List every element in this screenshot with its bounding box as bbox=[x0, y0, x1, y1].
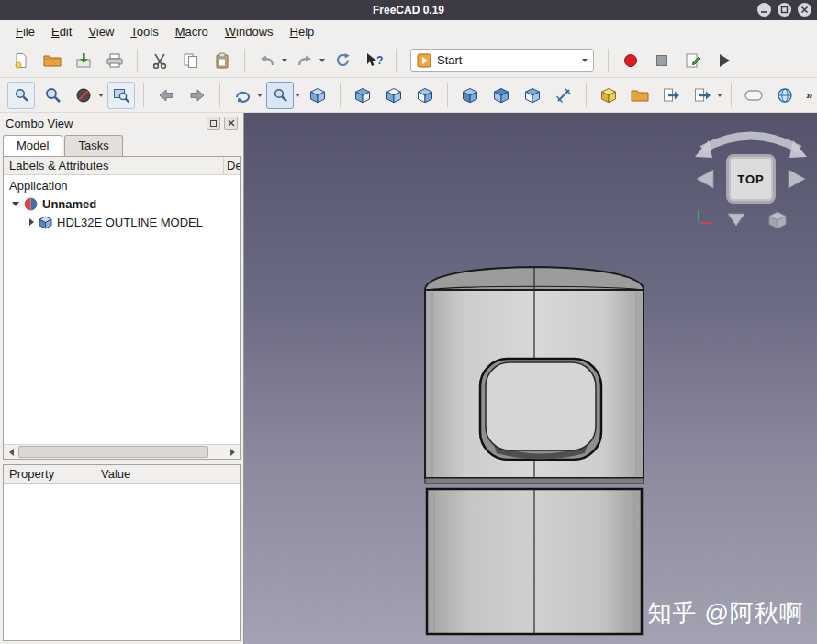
pan-down-arrow-icon[interactable] bbox=[728, 214, 744, 226]
property-body[interactable] bbox=[4, 484, 240, 640]
open-folder-button[interactable] bbox=[626, 82, 654, 109]
scroll-left-button[interactable] bbox=[4, 445, 18, 459]
viewport-3d[interactable]: TOP 知乎 @阿秋啊 bbox=[244, 113, 817, 644]
view-right-button[interactable] bbox=[411, 82, 439, 109]
workbench-selector[interactable]: Start bbox=[410, 49, 594, 72]
svg-text:?: ? bbox=[376, 54, 383, 67]
menu-windows[interactable]: Windows bbox=[217, 22, 282, 41]
view-rear-icon bbox=[462, 87, 478, 104]
tree-item-unnamed[interactable]: Unnamed bbox=[4, 194, 240, 213]
zoom-dropdown-arrow[interactable] bbox=[295, 94, 300, 97]
value-column-header[interactable]: Value bbox=[95, 465, 240, 483]
scrollbar-thumb[interactable] bbox=[18, 446, 208, 458]
forward-arrow-icon bbox=[189, 89, 206, 102]
axonometric-button[interactable] bbox=[304, 82, 331, 109]
open-document-button[interactable] bbox=[39, 47, 66, 74]
tab-model[interactable]: Model bbox=[3, 135, 62, 156]
stop-macro-button[interactable] bbox=[648, 47, 676, 74]
refresh-button[interactable] bbox=[329, 47, 356, 74]
toolbar-separator bbox=[340, 83, 341, 107]
mini-cube-icon[interactable] bbox=[769, 212, 786, 228]
draw-style-button[interactable] bbox=[70, 82, 97, 109]
paste-button[interactable] bbox=[208, 47, 236, 74]
tree-column-labels[interactable]: Labels & Attributes bbox=[4, 159, 223, 172]
menu-tools[interactable]: Tools bbox=[122, 22, 166, 41]
combo-view-titlebar: Combo View bbox=[0, 113, 243, 133]
scrollbar-track[interactable] bbox=[18, 445, 225, 459]
redo-button[interactable] bbox=[291, 47, 319, 74]
start-workbench-icon bbox=[417, 53, 431, 68]
navigate-forward-button[interactable] bbox=[184, 82, 211, 109]
view-rear-button[interactable] bbox=[456, 82, 484, 109]
execute-macro-button[interactable] bbox=[711, 47, 738, 74]
save-button[interactable] bbox=[70, 47, 97, 74]
tree-item-label: Unnamed bbox=[42, 197, 96, 211]
undo-dropdown-arrow[interactable] bbox=[282, 59, 287, 62]
maximize-button[interactable] bbox=[778, 3, 791, 17]
rotate-view-button[interactable] bbox=[229, 82, 256, 109]
tree-item-hdl32e-model[interactable]: HDL32E OUTLINE MODEL bbox=[4, 213, 240, 231]
export-button[interactable] bbox=[657, 82, 685, 109]
property-column-header[interactable]: Property bbox=[4, 465, 95, 483]
tree-horizontal-scrollbar[interactable] bbox=[4, 444, 240, 459]
cut-button[interactable] bbox=[146, 47, 173, 74]
view-bottom-button[interactable] bbox=[487, 82, 515, 109]
zoom-icon bbox=[273, 87, 288, 103]
sensor-window[interactable] bbox=[486, 362, 596, 450]
edit-macro-button[interactable] bbox=[679, 47, 707, 74]
web-button[interactable] bbox=[771, 82, 799, 109]
pan-left-arrow-icon[interactable] bbox=[697, 170, 713, 188]
float-panel-button[interactable] bbox=[207, 117, 220, 130]
menu-view[interactable]: View bbox=[80, 22, 122, 41]
navigation-cube[interactable]: TOP bbox=[726, 154, 776, 204]
menu-help[interactable]: Help bbox=[282, 22, 323, 41]
whats-this-button[interactable]: ? bbox=[360, 47, 387, 74]
texture-box-button[interactable] bbox=[595, 82, 622, 109]
close-button[interactable] bbox=[798, 3, 811, 17]
menu-macro[interactable]: Macro bbox=[167, 22, 217, 41]
export-options-button[interactable] bbox=[688, 82, 716, 109]
menu-edit[interactable]: Edit bbox=[43, 22, 80, 41]
export-dropdown-arrow[interactable] bbox=[717, 94, 722, 97]
expander-right-icon[interactable] bbox=[29, 218, 34, 226]
measure-distance-button[interactable] bbox=[550, 82, 577, 109]
tab-tasks[interactable]: Tasks bbox=[64, 135, 122, 156]
close-panel-button[interactable] bbox=[224, 117, 238, 130]
copy-button[interactable] bbox=[177, 47, 205, 74]
minimize-button[interactable] bbox=[757, 3, 771, 17]
view-front-icon bbox=[354, 87, 371, 104]
view-left-button[interactable] bbox=[519, 82, 546, 109]
navigation-widget: TOP bbox=[675, 120, 817, 250]
rotate-view-dropdown-arrow[interactable] bbox=[257, 94, 263, 97]
expander-down-icon[interactable] bbox=[12, 202, 19, 206]
toolbar-view: » bbox=[0, 78, 817, 113]
fit-all-icon bbox=[14, 87, 29, 103]
property-editor: Property Value bbox=[3, 464, 241, 641]
box-zoom-button[interactable] bbox=[107, 82, 135, 109]
new-document-button[interactable] bbox=[7, 47, 35, 74]
redo-icon bbox=[297, 54, 313, 67]
print-button[interactable] bbox=[101, 47, 129, 74]
zoom-button[interactable] bbox=[266, 82, 294, 109]
scroll-right-button[interactable] bbox=[225, 445, 240, 459]
redo-dropdown-arrow[interactable] bbox=[319, 59, 325, 62]
record-icon bbox=[624, 54, 637, 67]
pan-right-arrow-icon[interactable] bbox=[789, 170, 805, 188]
view-front-button[interactable] bbox=[349, 82, 376, 109]
capsule-button[interactable] bbox=[740, 82, 767, 109]
workbench-dropdown-arrow bbox=[582, 59, 588, 62]
view-top-button[interactable] bbox=[380, 82, 408, 109]
draw-style-dropdown-arrow[interactable] bbox=[98, 94, 104, 97]
view-bottom-icon bbox=[493, 87, 509, 104]
undo-button[interactable] bbox=[253, 47, 281, 74]
record-macro-button[interactable] bbox=[617, 47, 644, 74]
tree-column-description[interactable]: De bbox=[224, 159, 240, 172]
menu-file[interactable]: File bbox=[7, 22, 43, 41]
toolbar-overflow-button[interactable]: » bbox=[802, 88, 816, 102]
rotate-arc-icon[interactable] bbox=[702, 136, 800, 150]
tree-item-application[interactable]: Application bbox=[4, 176, 240, 194]
fit-all-button[interactable] bbox=[7, 82, 35, 109]
fit-selection-button[interactable] bbox=[39, 82, 66, 109]
whats-this-icon: ? bbox=[365, 52, 383, 68]
navigate-back-button[interactable] bbox=[152, 82, 180, 109]
